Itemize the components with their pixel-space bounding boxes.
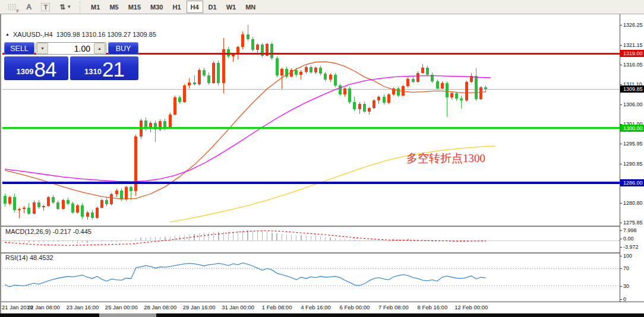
candle-body (339, 85, 342, 94)
rsi-panel[interactable]: RSI(14) 48.4532 (0, 254, 620, 302)
macd-axis-label: 7.998 (623, 227, 637, 233)
timeframe-button-m1[interactable]: M1 (87, 1, 104, 13)
candle-body (377, 97, 380, 101)
macd-axis-label: -3.972 (623, 244, 639, 250)
chart-text-annotation: 多空转折点1300 (406, 151, 485, 166)
timeframe-button-m15[interactable]: M15 (124, 1, 145, 13)
buy-price-pips: 21 (102, 61, 124, 78)
price-axis[interactable]: 1326.251321.151316.051311.101306.001301.… (620, 14, 644, 302)
candle-body (299, 72, 302, 75)
candle-body (353, 102, 356, 110)
timeframe-button-h1[interactable]: H1 (168, 1, 185, 13)
time-axis-label: 1 Feb 08:00 (262, 304, 292, 310)
macd-chart[interactable] (0, 227, 620, 252)
time-axis[interactable]: 21 Jan 201922 Jan 08:0023 Jan 16:0025 Ja… (0, 302, 644, 313)
candle-body (276, 58, 279, 75)
axis-tickmark (620, 144, 622, 144)
time-axis-label: 23 Jan 16:00 (66, 304, 99, 310)
timeframe-button-w1[interactable]: W1 (222, 1, 241, 13)
time-axis-label: 28 Jan 08:00 (144, 304, 176, 310)
axis-tickmark (620, 299, 622, 300)
candle-body (475, 76, 478, 99)
rsi-chart[interactable] (0, 254, 620, 302)
candle-body (441, 83, 444, 88)
candle-body (27, 208, 30, 213)
buy-price-big-figure: 1310 (84, 67, 102, 76)
time-axis-label: 7 Feb 08:00 (378, 304, 409, 310)
macd-panel[interactable]: MACD(12,26,9) -0.217 -0.445 (0, 227, 620, 252)
candle-body (115, 191, 118, 194)
main-chart-panel[interactable]: ▲ XAUUSD-,H4 1309.98 1310.16 1309.27 130… (0, 14, 620, 226)
volume-decrease-button[interactable]: ▼ (37, 43, 48, 54)
cycle-arrows-icon: ⇅ (59, 3, 65, 11)
time-axis-label: 6 Feb 00:00 (340, 304, 370, 310)
axis-tickmark (620, 286, 622, 287)
sell-price-tile[interactable]: 1309 84 (4, 56, 68, 80)
candle-body (120, 191, 123, 199)
timeframe-button-m5[interactable]: M5 (105, 1, 122, 13)
price-tick-label: 1306.00 (623, 102, 643, 107)
ohlc-high: 1310.16 (82, 31, 106, 38)
candle-body (314, 68, 317, 72)
axis-tickmark (620, 223, 622, 223)
label-tool-button[interactable]: A (22, 1, 36, 13)
time-axis-label: 8 Feb 16:00 (417, 304, 447, 310)
candle-body (343, 88, 346, 94)
text-tool-button[interactable]: T (37, 1, 54, 13)
candle-body (76, 205, 79, 213)
candle-body (484, 87, 487, 90)
candle-body (125, 187, 128, 199)
candle-body (18, 209, 21, 210)
sell-button[interactable]: SELL (4, 42, 34, 55)
chart-symbol-line: ▲ XAUUSD-,H4 1309.98 1310.16 1309.27 130… (5, 31, 156, 38)
candle-body (96, 208, 99, 218)
rsi-line (5, 263, 486, 287)
candle-body (198, 70, 201, 84)
candle-body (52, 197, 55, 202)
candle-body (71, 204, 74, 213)
ohlc-low: 1309.27 (107, 31, 131, 38)
grid-template-button[interactable] (4, 1, 21, 13)
candle-body (256, 45, 259, 50)
buy-button[interactable]: BUY (108, 42, 138, 55)
volume-input[interactable]: 1.00 (49, 44, 93, 53)
candle-body (247, 34, 250, 40)
candle-body (163, 121, 166, 128)
time-axis-label: 25 Jan 00:00 (105, 304, 138, 310)
candle-body (232, 54, 235, 56)
volume-increase-button[interactable]: ▲ (94, 43, 105, 54)
candle-body (383, 97, 386, 103)
candle-body (42, 206, 45, 207)
candle-body (319, 68, 322, 74)
toolbar-separator (80, 2, 84, 12)
candle-body (479, 87, 482, 99)
objects-button[interactable]: ⇅▼ (55, 1, 75, 13)
bottom-window-edge (0, 313, 644, 317)
axis-tickmark (620, 84, 622, 85)
candle-body (421, 68, 424, 73)
candle-body (436, 81, 439, 88)
timeframe-button-m30[interactable]: M30 (146, 1, 167, 13)
candle-body (217, 63, 220, 83)
window-left-edge (0, 14, 1, 317)
axis-tickmark (620, 25, 622, 26)
timeframe-button-h4[interactable]: H4 (187, 1, 203, 13)
candle-body (173, 97, 176, 115)
price-badge: 1286.00 (620, 179, 644, 186)
timeframe-button-mn[interactable]: MN (241, 1, 260, 13)
time-axis-label: 12 Feb 00:00 (454, 304, 488, 310)
rsi-axis-label: 100 (623, 253, 632, 259)
time-axis-label: 4 Feb 16:00 (301, 304, 331, 310)
timeframe-button-d1[interactable]: D1 (204, 1, 221, 13)
candle-body (47, 197, 50, 206)
candle-body (460, 99, 463, 100)
buy-price-tile[interactable]: 1310 21 (70, 56, 138, 80)
axis-tickmark (620, 239, 622, 239)
candle-body (207, 75, 210, 83)
axis-tickmark (620, 164, 622, 164)
axis-tickmark (620, 65, 622, 65)
candle-body (13, 197, 16, 210)
candle-body (183, 85, 186, 102)
candle-body (81, 205, 84, 216)
rsi-axis-label: 30 (623, 283, 629, 289)
